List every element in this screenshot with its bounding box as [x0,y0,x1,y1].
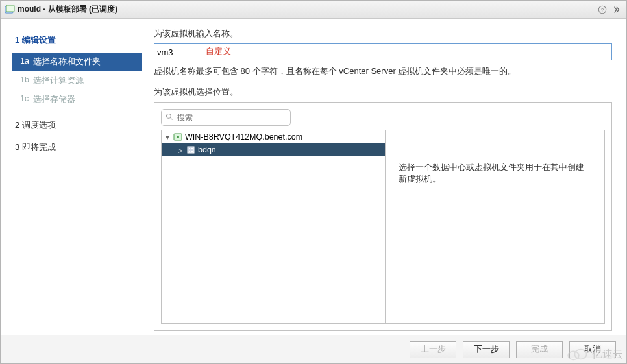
search-row [161,109,605,126]
titlebar: mould - 从模板部署 (已调度) ? [1,1,626,19]
vm-name-wrapper: 自定义 [154,43,612,60]
svg-rect-1 [6,5,14,12]
cancel-button[interactable]: 取消 [569,341,616,358]
tree-child-label: bdqn [198,145,216,154]
select-location-label: 为该虚拟机选择位置。 [154,86,612,98]
step-label: 调度选项 [22,120,56,130]
step-2: 2 调度选项 [12,115,142,135]
substep-1b: 1b 选择计算资源 [12,71,142,90]
substep-label: 选择名称和文件夹 [33,57,101,66]
svg-point-7 [177,136,179,138]
svg-rect-10 [191,148,193,149]
substep-number: 1b [20,75,29,84]
svg-rect-8 [188,147,194,153]
vm-name-input[interactable] [154,43,612,60]
wizard-window: mould - 从模板部署 (已调度) ? 1 编辑设置 1a 选择名称和文件夹… [0,0,627,364]
svg-rect-12 [191,151,193,152]
step-number: 2 [15,120,19,130]
substep-label: 选择存储器 [33,95,75,104]
enter-name-label: 为该虚拟机输入名称。 [154,28,612,40]
help-icon[interactable]: ? [596,4,608,16]
location-picker: ▼ WIN-B8RVQT412MQ.benet.com ▷ bdqn [154,102,612,331]
step-label: 编辑设置 [22,35,56,45]
search-icon [166,113,173,123]
search-input[interactable] [173,113,286,122]
next-button[interactable]: 下一步 [463,341,510,358]
svg-rect-9 [189,148,190,149]
tree-root-row[interactable]: ▼ WIN-B8RVQT412MQ.benet.com [162,130,385,143]
tree-root-label: WIN-B8RVQT412MQ.benet.com [185,132,302,141]
step-1[interactable]: 1 编辑设置 [12,30,142,50]
step-3: 3 即将完成 [12,138,142,157]
location-tree[interactable]: ▼ WIN-B8RVQT412MQ.benet.com ▷ bdqn [162,130,386,323]
svg-text:?: ? [601,7,604,13]
collapse-icon[interactable]: ▼ [164,134,171,141]
step-number: 1 [15,35,19,45]
substep-number: 1a [20,56,29,66]
vm-template-icon [5,5,15,15]
svg-rect-11 [189,151,190,152]
svg-line-5 [171,117,173,119]
step-1-substeps: 1a 选择名称和文件夹 1b 选择计算资源 1c 选择存储器 [12,53,142,109]
tree-child-row[interactable]: ▷ bdqn [162,143,385,156]
expand-icon[interactable] [611,4,622,16]
detail-text: 选择一个数据中心或虚拟机文件夹用于在其中创建新虚拟机。 [399,162,591,185]
finish-button[interactable]: 完成 [516,341,563,358]
main-panel: 为该虚拟机输入名称。 自定义 虚拟机名称最多可包含 80 个字符，且名称在每个 … [142,28,615,335]
back-button[interactable]: 上一步 [410,341,456,358]
substep-number: 1c [20,94,29,103]
content: 1 编辑设置 1a 选择名称和文件夹 1b 选择计算资源 1c 选择存储器 2 [1,19,626,335]
vcenter-icon [173,132,182,141]
step-label: 即将完成 [22,142,56,152]
search-box[interactable] [161,109,291,126]
location-detail: 选择一个数据中心或虚拟机文件夹用于在其中创建新虚拟机。 [386,130,604,323]
expand-icon[interactable]: ▷ [177,147,184,154]
substep-label: 选择计算资源 [33,76,84,85]
wizard-steps-sidebar: 1 编辑设置 1a 选择名称和文件夹 1b 选择计算资源 1c 选择存储器 2 [12,28,142,335]
step-number: 3 [15,142,19,152]
picker-body: ▼ WIN-B8RVQT412MQ.benet.com ▷ bdqn [161,130,605,324]
substep-1a[interactable]: 1a 选择名称和文件夹 [12,53,142,71]
datacenter-icon [186,145,195,154]
svg-point-4 [167,114,171,118]
window-title: mould - 从模板部署 (已调度) [18,4,117,15]
wizard-footer: 上一步 下一步 完成 取消 [1,335,626,363]
substep-1c: 1c 选择存储器 [12,90,142,109]
character-hint: 虚拟机名称最多可包含 80 个字符，且名称在每个 vCenter Server … [154,66,612,77]
